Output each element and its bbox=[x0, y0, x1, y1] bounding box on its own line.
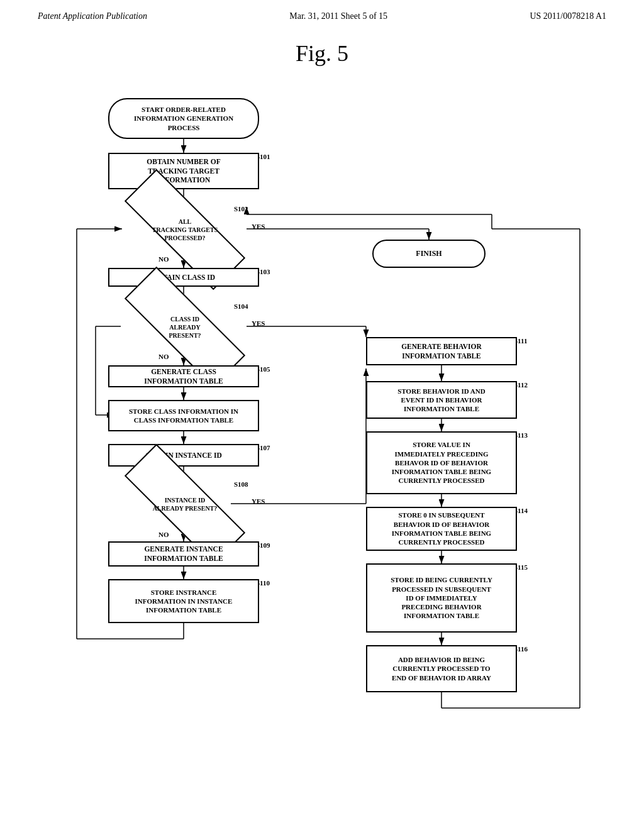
header-publication: Patent Application Publication bbox=[38, 11, 147, 21]
flowchart: START ORDER-RELATED INFORMATION GENERATI… bbox=[39, 79, 605, 790]
s108-yes-label: YES bbox=[252, 497, 265, 505]
finish-node: FINISH bbox=[372, 240, 486, 268]
s104-yes-label: YES bbox=[252, 319, 265, 327]
s101-box: OBTAIN NUMBER OF TRACKING TARGET INFORMA… bbox=[108, 153, 259, 189]
s108-no-label: NO bbox=[158, 531, 169, 538]
s107-box: OBTAIN INSTANCE ID bbox=[108, 444, 259, 467]
s112-box: STORE BEHAVIOR ID AND EVENT ID IN BEHAVI… bbox=[366, 381, 517, 419]
s109-box: GENERATE INSTANCE INFORMATION TABLE bbox=[108, 541, 259, 567]
header-date-sheet: Mar. 31, 2011 Sheet 5 of 15 bbox=[289, 11, 387, 21]
s108-diamond: INSTANCE ID ALREADY PRESENT? bbox=[122, 482, 248, 527]
s104-diamond: CLASS ID ALREADY PRESENT? bbox=[122, 304, 248, 350]
s111-box: GENERATE BEHAVIOR INFORMATION TABLE bbox=[366, 337, 517, 365]
figure-title: Fig. 5 bbox=[296, 40, 348, 67]
s116-box: ADD BEHAVIOR ID BEING CURRENTLY PROCESSE… bbox=[366, 645, 517, 692]
s102-yes-label: YES bbox=[252, 223, 265, 230]
s114-box: STORE 0 IN SUBSEQUENT BEHAVIOR ID OF BEH… bbox=[366, 507, 517, 551]
s113-box: STORE VALUE IN IMMEDIATELY PRECEDING BEH… bbox=[366, 431, 517, 494]
s110-box: STORE INSTRANCE INFORMATION IN INSTANCE … bbox=[108, 579, 259, 623]
figure-area: Fig. 5 bbox=[0, 28, 644, 802]
start-node: START ORDER-RELATED INFORMATION GENERATI… bbox=[108, 98, 259, 139]
s105-box: GENERATE CLASS INFORMATION TABLE bbox=[108, 365, 259, 387]
s102-diamond: ALL TRACKING TARGETS PROCESSED? bbox=[122, 207, 248, 252]
s106-box: STORE CLASS INFORMATION IN CLASS INFORMA… bbox=[108, 400, 259, 431]
header-patent-number: US 2011/0078218 A1 bbox=[530, 11, 606, 21]
s115-box: STORE ID BEING CURRENTLY PROCESSED IN SU… bbox=[366, 563, 517, 633]
s103-box: OBTAIN CLASS ID bbox=[108, 268, 259, 287]
s104-no-label: NO bbox=[158, 353, 169, 360]
s102-no-label: NO bbox=[158, 255, 169, 263]
page-header: Patent Application Publication Mar. 31, … bbox=[0, 0, 644, 28]
